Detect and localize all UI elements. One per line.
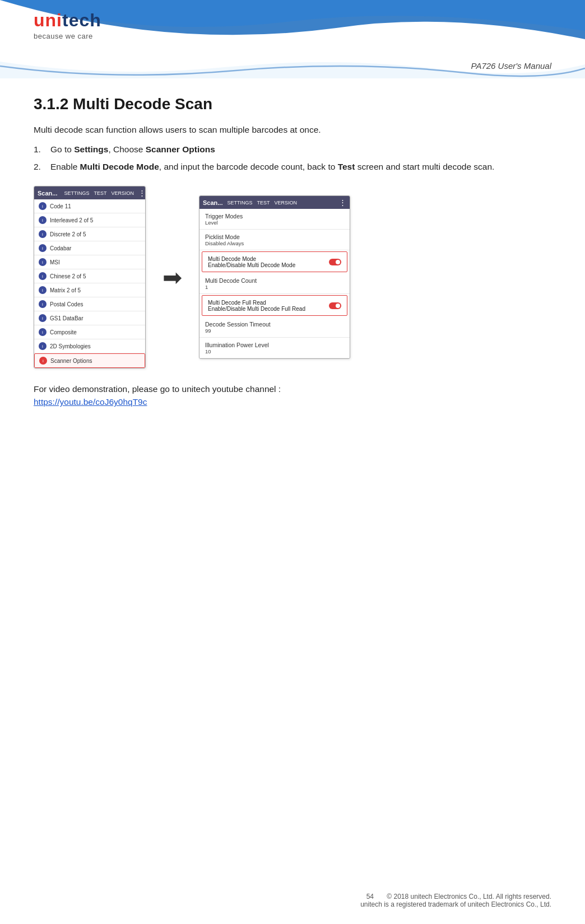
footer-line2: unitech is a registered trademark of uni… (360, 900, 551, 908)
section-title: 3.1.2 Multi Decode Scan (34, 95, 551, 113)
left-tb-scan: Scan... (38, 190, 57, 197)
steps-list: 1. Go to Settings, Choose Scanner Option… (34, 143, 551, 174)
icon-circle: i (39, 286, 47, 294)
header: unitech because we care PA726 User's Man… (0, 0, 585, 78)
arrow-right: ➡ (162, 264, 182, 291)
right-tb-version: VERSION (275, 200, 298, 206)
list-item-postal: i Postal Codes (34, 297, 145, 311)
row-multi-decode-full-read: Multi Decode Full Read Enable/Disable Mu… (202, 295, 347, 316)
list-item-msi: i MSI (34, 255, 145, 269)
icon-circle: i (39, 216, 47, 224)
toggle-multi-decode[interactable] (329, 259, 341, 265)
list-item-scanner-options: i Scanner Options (34, 353, 145, 368)
list-item-gs1: i GS1 DataBar (34, 311, 145, 325)
right-tb-settings: SETTINGS (227, 200, 252, 206)
left-screen: Scan... SETTINGS TEST VERSION ⋮ i Code 1… (34, 186, 146, 368)
left-tb-version: VERSION (112, 190, 134, 196)
logo-text: unitech (34, 10, 101, 31)
icon-circle: i (39, 244, 47, 252)
row-decode-timeout: Decode Session Timeout 99 (199, 317, 350, 338)
bold-scanner-options: Scanner Options (146, 144, 215, 154)
row-multi-decode-count: Multi Decode Count 1 (199, 273, 350, 294)
step-1: 1. Go to Settings, Choose Scanner Option… (34, 143, 551, 157)
icon-circle: i (39, 300, 47, 308)
bold-multi-decode: Multi Decode Mode (80, 162, 159, 171)
left-tb-settings: SETTINGS (64, 190, 89, 196)
list-item-codabar: i Codabar (34, 241, 145, 255)
right-tb-dots: ⋮ (339, 198, 346, 207)
list-item-interleaved: i Interleaved 2 of 5 (34, 213, 145, 227)
list-item-discrete: i Discrete 2 of 5 (34, 227, 145, 241)
icon-circle: i (39, 230, 47, 238)
step-2: 2. Enable Multi Decode Mode, and input t… (34, 160, 551, 174)
row-illumination: Illumination Power Level 10 (199, 338, 350, 358)
content: 3.1.2 Multi Decode Scan Multi decode sca… (0, 78, 585, 430)
left-toolbar: Scan... SETTINGS TEST VERSION ⋮ (34, 186, 145, 199)
list-item-chinese: i Chinese 2 of 5 (34, 269, 145, 283)
logo-tech: tech (62, 10, 101, 30)
row-trigger-modes: Trigger Modes Level (199, 209, 350, 230)
icon-circle: i (39, 258, 47, 266)
screenshots-row: Scan... SETTINGS TEST VERSION ⋮ i Code 1… (34, 186, 551, 368)
video-link[interactable]: https://youtu.be/coJ6y0hqT9c (34, 397, 147, 407)
page-number: 54 (366, 893, 374, 900)
logo-tagline: because we care (34, 32, 101, 40)
video-text: For video demonstration, please go to un… (34, 384, 551, 394)
icon-circle: i (39, 328, 47, 336)
footer: 54 © 2018 unitech Electronics Co., Ltd. … (0, 893, 585, 908)
icon-circle: i (39, 314, 47, 322)
icon-circle: i (39, 342, 47, 350)
right-tb-test: TEST (257, 200, 270, 206)
right-tb-scan: Scan... (203, 199, 222, 206)
logo: unitech because we care (34, 10, 101, 40)
bold-test: Test (338, 162, 355, 171)
toggle-full-read[interactable] (329, 302, 341, 309)
left-tb-dots: ⋮ (138, 189, 146, 197)
row-multi-decode-mode: Multi Decode Mode Enable/Disable Multi D… (202, 251, 347, 272)
bold-settings: Settings (74, 144, 108, 154)
list-item-composite: i Composite (34, 325, 145, 339)
right-toolbar: Scan... SETTINGS TEST VERSION ⋮ (199, 196, 350, 209)
row-picklist-mode: Picklist Mode Disabled Always (199, 230, 350, 250)
icon-circle: i (39, 272, 47, 280)
manual-title: PA726 User's Manual (471, 61, 552, 71)
list-item-matrix: i Matrix 2 of 5 (34, 283, 145, 297)
icon-circle: i (39, 202, 47, 210)
footer-line1: © 2018 unitech Electronics Co., Ltd. All… (387, 893, 551, 900)
list-item-code11: i Code 11 (34, 199, 145, 213)
list-item-2d: i 2D Symbologies (34, 339, 145, 353)
logo-uni: uni (34, 10, 62, 30)
icon-circle-selected: i (39, 357, 47, 365)
footer-right: 54 © 2018 unitech Electronics Co., Ltd. … (360, 893, 551, 908)
intro-text: Multi decode scan function allows users … (34, 123, 551, 137)
left-tb-test: TEST (94, 190, 106, 196)
right-screen: Scan... SETTINGS TEST VERSION ⋮ Trigger … (199, 195, 350, 359)
